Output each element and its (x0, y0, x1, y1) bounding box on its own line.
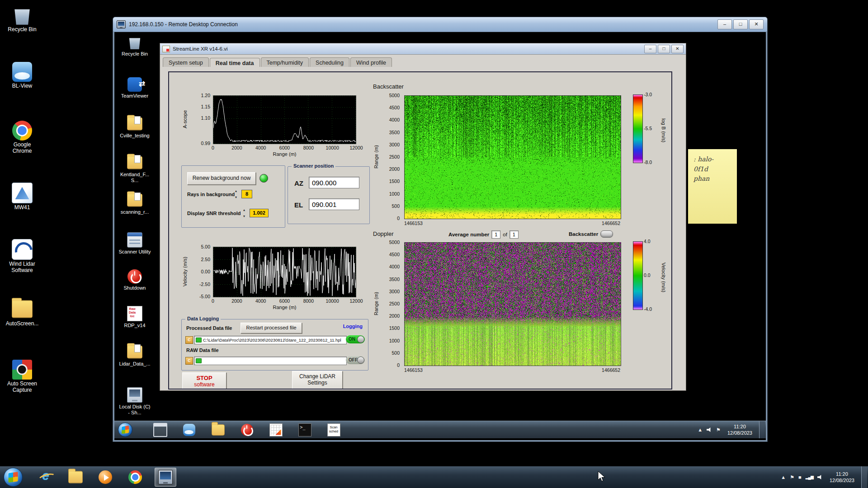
labview-close-button[interactable]: ✕ (671, 45, 684, 53)
desktop-icon-shutdown[interactable]: Shutdown (118, 269, 151, 291)
taskbar-button-google-chrome[interactable] (125, 468, 146, 486)
desktop-icon-mw41[interactable]: MW41 (5, 183, 40, 211)
y-tick-label: 500 (392, 350, 400, 356)
a-scope-y-ticks: 1.201.151.100.99 (191, 95, 211, 143)
backscatter-y-ticks: 5000450040003500300025002000150010005000 (380, 95, 401, 218)
y-tick-label: 4500 (389, 105, 400, 110)
rdp-close-button[interactable]: ✕ (749, 19, 764, 29)
y-tick-label: 0 (397, 362, 400, 368)
folder-icon (12, 300, 33, 318)
taskbar-button-scan-sched[interactable]: Scan sched (326, 422, 341, 437)
flag-icon[interactable]: ⚑ (790, 474, 794, 480)
remote-show-desktop-button[interactable] (759, 421, 765, 438)
power-icon[interactable]: ■ (798, 474, 802, 480)
shutdown-icon (241, 424, 253, 436)
snr-value-field[interactable]: 1.002 (250, 209, 269, 217)
taskbar-button-app-window[interactable] (152, 422, 168, 437)
desktop-icon-scanning-r[interactable]: scanning_r... (118, 192, 151, 215)
desktop-icon-autoscreen[interactable]: AutoScreen... (5, 299, 40, 327)
processed-path-text: C:\Lidar\Data\Proc\2023\202308\20230812\… (203, 338, 341, 343)
rdp-titlebar[interactable]: 192.168.0.150 - Remote Desktop Connectio… (113, 17, 767, 32)
rays-spinner[interactable] (235, 190, 240, 198)
taskbar-button-explorer[interactable] (210, 422, 226, 437)
rdp-maximize-button[interactable]: □ (733, 19, 748, 29)
taskbar-button-internet-explorer[interactable] (35, 468, 56, 486)
velocity-plot (213, 247, 356, 297)
az-field[interactable]: 090.000 (309, 177, 359, 188)
backscatter-heatmap (404, 95, 621, 219)
x-tick-label: 4000 (255, 145, 266, 150)
start-button[interactable] (4, 468, 23, 487)
labview-titlebar[interactable]: StreamLine XR v14-6.vi – □ ✕ (160, 43, 686, 55)
taskbar-button-remote-desktop[interactable] (155, 468, 176, 487)
window-icon (153, 423, 167, 437)
raw-path-field[interactable] (194, 357, 347, 365)
vi-icon (269, 423, 283, 436)
taskbar-button-command-prompt[interactable] (297, 422, 312, 437)
scan-sched-icon: Scan sched (327, 423, 340, 436)
taskbar-button-media-player[interactable] (95, 468, 116, 486)
backscatter-toggle[interactable] (600, 230, 613, 238)
remote-start-button[interactable] (118, 422, 132, 437)
desktop-icon-kentland-f-s[interactable]: Kentland_F... S... (118, 155, 151, 183)
taskbar-button-labview-vi[interactable] (268, 422, 283, 437)
doppler-y-axis-label: Range (m) (373, 242, 379, 365)
desktop-icon-recycle-bin[interactable]: Recycle Bin (118, 35, 151, 57)
sticky-note-line: phan (693, 174, 734, 184)
y-tick-label: 2500 (389, 154, 400, 160)
desktop-icon-label: RDP_v14 (118, 323, 151, 328)
desktop-icon-wind-lidar-software[interactable]: Wind Lidar Software (5, 239, 40, 274)
average-number-field[interactable]: 1 (491, 230, 500, 239)
y-tick-label: 4000 (389, 264, 400, 269)
renew-background-button[interactable]: Renew background now (187, 172, 256, 185)
volume-icon[interactable] (817, 474, 823, 480)
clock[interactable]: 11:20 12/08/2023 (827, 471, 857, 484)
snr-spinner[interactable] (243, 209, 248, 217)
sticky-note[interactable]: : halo-0f1dphan (688, 149, 737, 224)
desktop-icon-auto-screen-capture[interactable]: Auto Screen Capture (5, 360, 40, 394)
background-led-indicator (259, 174, 268, 183)
labview-restore-button[interactable]: □ (658, 45, 670, 53)
vi-icon (162, 46, 170, 52)
recycle-bin-icon (127, 35, 142, 50)
x-tick-label: 10000 (326, 298, 339, 304)
network-icon[interactable]: ▂▄▆ (806, 475, 813, 479)
rdp-minimize-button[interactable]: – (717, 19, 732, 29)
backscatter-colorbar-ticks: -3.0-5.5-8.0 (644, 94, 663, 162)
of-label: of (503, 232, 507, 237)
desktop-icon-google-chrome[interactable]: Google Chrome (5, 121, 40, 155)
desktop-icon-recycle-bin[interactable]: Recycle Bin (5, 5, 40, 33)
show-desktop-button[interactable] (861, 466, 867, 488)
rays-value-field[interactable]: 8 (241, 190, 252, 198)
remote-clock[interactable]: 11:20 12/08/2023 (725, 423, 755, 436)
labview-minimize-button[interactable]: – (644, 45, 656, 53)
average-total-field[interactable]: 1 (509, 230, 519, 239)
el-field[interactable]: 090.001 (309, 198, 359, 210)
time: 11:20 (830, 471, 854, 477)
desktop-icon-lidar-data[interactable]: Lidar_Data_... (118, 344, 151, 367)
taskbar-button-shutdown[interactable] (239, 422, 255, 437)
x-tick-label: 4000 (255, 298, 266, 304)
raw-data-file-label: RAW Data file (186, 347, 219, 353)
desktop-icon-cville-testing[interactable]: Cville_testing (118, 116, 151, 139)
scanner-utility-icon (127, 232, 142, 248)
processed-path-field[interactable]: C:\Lidar\Data\Proc\2023\202308\20230812\… (194, 336, 347, 344)
taskbar-button-windows-explorer[interactable] (65, 468, 86, 486)
desktop-icon-local-disk-c-sh[interactable]: Local Disk (C) - Sh... (118, 387, 151, 415)
hidden-icons-arrow[interactable]: ▲ (781, 474, 786, 480)
volume-icon[interactable] (707, 427, 712, 432)
taskbar-button-bl-view[interactable] (181, 422, 197, 437)
change-lidar-settings-button[interactable]: Change LiDAR Settings (292, 371, 343, 389)
stop-software-button[interactable]: STOP software (182, 372, 226, 389)
toggle-knob (357, 336, 364, 343)
restart-processed-file-button[interactable]: Restart processed file (241, 323, 302, 333)
flag-icon[interactable]: ⚑ (716, 427, 721, 433)
desktop-icon-bl-view[interactable]: BL-View (5, 62, 40, 89)
raw-logging-toggle[interactable]: OFF (346, 356, 365, 364)
hidden-icons-arrow[interactable]: ▲ (698, 427, 703, 432)
processed-logging-toggle[interactable]: ON (346, 335, 365, 343)
desktop-icon-teamviewer[interactable]: TeamViewer (118, 77, 151, 99)
desktop-icon-scanner-utility[interactable]: Scanner Utility (118, 232, 151, 255)
desktop-icon-rdp-v14[interactable]: RDP_v14 (118, 306, 151, 328)
bl-view-icon (183, 424, 195, 436)
